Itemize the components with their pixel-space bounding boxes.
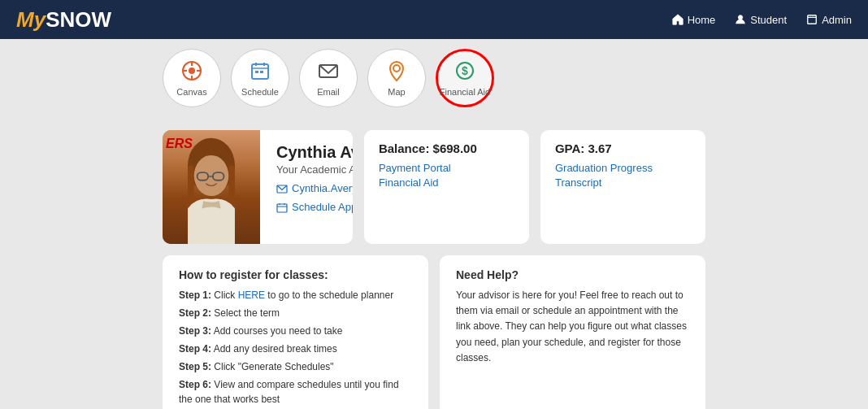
email-label: Email xyxy=(317,87,340,97)
here-link[interactable]: HERE xyxy=(238,289,265,301)
register-step-4: Step 4: Add any desired break times xyxy=(179,342,412,356)
financial-aid-icon: $ xyxy=(454,59,476,82)
svg-rect-13 xyxy=(255,71,258,73)
help-text: Your advisor is here for you! Feel free … xyxy=(456,288,689,366)
advisor-card: ERS xyxy=(163,130,353,244)
register-step-3: Step 3: Add courses you need to take xyxy=(179,324,412,338)
advisor-info: Cynthia Avery Your Academic Advisor Cynt… xyxy=(260,130,353,244)
transcript-link[interactable]: Transcript xyxy=(555,176,691,189)
email-button[interactable]: Email xyxy=(299,49,358,107)
icon-bar: Canvas Schedule Email Map $ xyxy=(0,39,868,117)
admin-icon xyxy=(806,14,818,25)
svg-rect-1 xyxy=(808,15,817,24)
advisor-title: Your Academic Advisor xyxy=(276,163,353,176)
bottom-section: How to register for classes: Step 1: Cli… xyxy=(163,255,705,409)
payment-portal-link[interactable]: Payment Portal xyxy=(379,162,514,174)
calendar-small-icon xyxy=(276,202,288,213)
register-step-6: Step 6: View and compare schedules until… xyxy=(179,377,412,407)
email-icon xyxy=(317,59,340,82)
nav-student[interactable]: Student xyxy=(735,14,787,26)
logo-snow: SNOW xyxy=(46,7,111,33)
svg-point-4 xyxy=(189,67,195,74)
student-icon xyxy=(735,14,746,25)
nav-home-label: Home xyxy=(688,14,716,26)
home-icon xyxy=(672,14,684,25)
gpa-card: GPA: 3.67 Graduation Progress Transcript xyxy=(540,130,705,244)
schedule-label: Schedule xyxy=(241,87,279,97)
schedule-appointment-link[interactable]: Schedule Appointment xyxy=(276,201,353,213)
advisor-photo: ERS xyxy=(163,130,260,244)
schedule-icon xyxy=(249,59,271,82)
balance-title: Balance: $698.00 xyxy=(379,141,514,155)
register-card: How to register for classes: Step 1: Cli… xyxy=(163,255,428,409)
nav-home[interactable]: Home xyxy=(672,14,716,26)
nav-admin[interactable]: Admin xyxy=(806,14,852,26)
schedule-button[interactable]: Schedule xyxy=(231,49,289,107)
logo-my: My xyxy=(16,7,46,33)
map-button[interactable]: Map xyxy=(367,49,426,107)
header-nav: Home Student Admin xyxy=(672,14,852,26)
advisor-row: ERS xyxy=(163,130,705,244)
svg-text:$: $ xyxy=(462,64,468,77)
financial-aid-label: Financial Aid xyxy=(440,87,490,97)
register-title: How to register for classes: xyxy=(179,268,412,281)
svg-point-0 xyxy=(739,15,743,20)
logo: MySNOW xyxy=(16,7,111,33)
financial-aid-button[interactable]: $ Financial Aid xyxy=(436,49,494,107)
nav-student-label: Student xyxy=(750,14,787,26)
gpa-title: GPA: 3.67 xyxy=(555,141,691,155)
help-card: Need Help? Your advisor is here for you!… xyxy=(440,255,705,409)
header: MySNOW Home Student Admin xyxy=(0,0,868,39)
canvas-button[interactable]: Canvas xyxy=(163,49,221,107)
email-small-icon xyxy=(276,183,288,194)
map-icon xyxy=(385,59,408,82)
svg-point-16 xyxy=(393,65,400,72)
help-title: Need Help? xyxy=(456,268,689,281)
financial-aid-link[interactable]: Financial Aid xyxy=(379,176,514,189)
svg-rect-27 xyxy=(277,204,287,212)
register-step-5: Step 5: Click "Generate Schedules" xyxy=(179,359,412,374)
balance-card: Balance: $698.00 Payment Portal Financia… xyxy=(364,130,529,244)
map-label: Map xyxy=(388,87,405,97)
advisor-name: Cynthia Avery xyxy=(276,143,353,162)
register-step-2: Step 2: Select the term xyxy=(179,306,412,320)
svg-rect-21 xyxy=(228,165,235,208)
register-step-1: Step 1: Click HERE to go to the schedule… xyxy=(179,288,412,302)
graduation-progress-link[interactable]: Graduation Progress xyxy=(555,162,691,174)
advisor-email-link[interactable]: Cynthia.Avery@snow.edu xyxy=(276,182,353,194)
canvas-label: Canvas xyxy=(176,87,206,97)
svg-rect-14 xyxy=(260,71,263,73)
canvas-icon xyxy=(180,59,203,82)
nav-admin-label: Admin xyxy=(822,14,852,26)
main-content: ERS xyxy=(0,117,868,409)
